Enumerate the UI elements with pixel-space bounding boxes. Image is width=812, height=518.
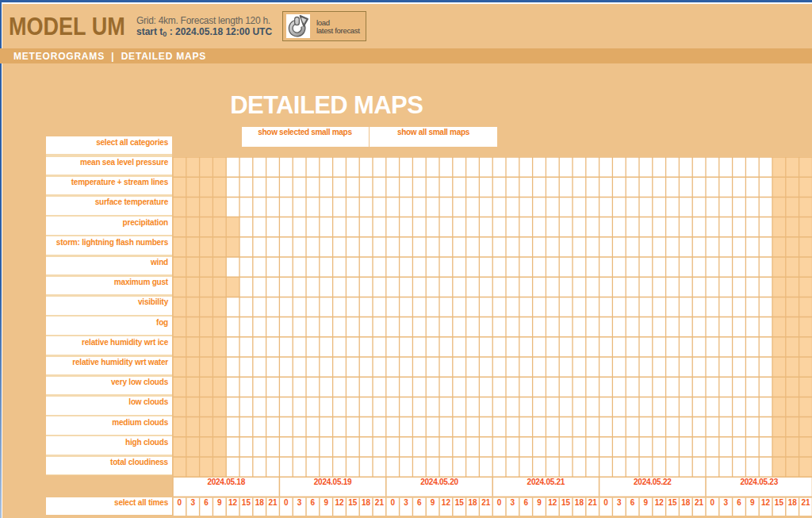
svg-text:6: 6 — [417, 498, 422, 507]
svg-text:6: 6 — [310, 498, 315, 507]
svg-text:15: 15 — [454, 498, 464, 507]
svg-text:21: 21 — [481, 498, 491, 507]
svg-text:6: 6 — [737, 498, 741, 507]
svg-text:15: 15 — [241, 498, 251, 507]
svg-text:3: 3 — [510, 498, 515, 507]
svg-text:2024.05.18: 2024.05.18 — [207, 478, 245, 486]
svg-text:3: 3 — [404, 498, 408, 507]
svg-text:21: 21 — [374, 498, 384, 507]
svg-text:3: 3 — [617, 498, 622, 507]
svg-text:6: 6 — [630, 498, 634, 507]
svg-text:12: 12 — [441, 498, 450, 507]
svg-text:15: 15 — [561, 498, 571, 507]
svg-text:9: 9 — [430, 498, 435, 507]
svg-text:0: 0 — [496, 498, 501, 507]
svg-text:15: 15 — [774, 498, 783, 507]
svg-text:9: 9 — [217, 498, 222, 507]
svg-text:12: 12 — [228, 498, 238, 507]
svg-text:0: 0 — [177, 498, 182, 507]
svg-text:9: 9 — [750, 498, 755, 507]
svg-text:9: 9 — [537, 498, 542, 507]
svg-text:0: 0 — [390, 498, 395, 507]
svg-text:2024.05.21: 2024.05.21 — [527, 478, 565, 486]
svg-text:0: 0 — [710, 498, 714, 507]
svg-text:2024.05.23: 2024.05.23 — [740, 478, 778, 486]
svg-text:12: 12 — [335, 498, 344, 507]
svg-text:6: 6 — [204, 498, 209, 507]
svg-text:2024.05.20: 2024.05.20 — [420, 478, 458, 486]
svg-text:9: 9 — [324, 498, 328, 507]
svg-text:21: 21 — [695, 498, 704, 507]
svg-text:18: 18 — [468, 498, 477, 507]
svg-text:15: 15 — [348, 498, 358, 507]
svg-text:6: 6 — [523, 498, 528, 507]
svg-text:18: 18 — [255, 498, 264, 507]
svg-text:3: 3 — [190, 498, 195, 507]
svg-text:21: 21 — [588, 498, 597, 507]
svg-text:15: 15 — [668, 498, 677, 507]
svg-text:21: 21 — [268, 498, 278, 507]
svg-text:0: 0 — [603, 498, 608, 507]
svg-text:0: 0 — [284, 498, 289, 507]
svg-text:2024.05.19: 2024.05.19 — [313, 478, 351, 486]
svg-text:2024.05.22: 2024.05.22 — [634, 478, 672, 486]
svg-text:18: 18 — [787, 498, 797, 507]
svg-text:3: 3 — [723, 498, 728, 507]
svg-text:12: 12 — [654, 498, 664, 507]
svg-text:3: 3 — [297, 498, 301, 507]
svg-text:18: 18 — [681, 498, 691, 507]
svg-text:9: 9 — [643, 498, 648, 507]
svg-text:12: 12 — [548, 498, 557, 507]
svg-text:18: 18 — [362, 498, 371, 507]
svg-text:12: 12 — [761, 498, 771, 507]
svg-text:18: 18 — [574, 498, 584, 507]
svg-text:21: 21 — [801, 498, 810, 507]
